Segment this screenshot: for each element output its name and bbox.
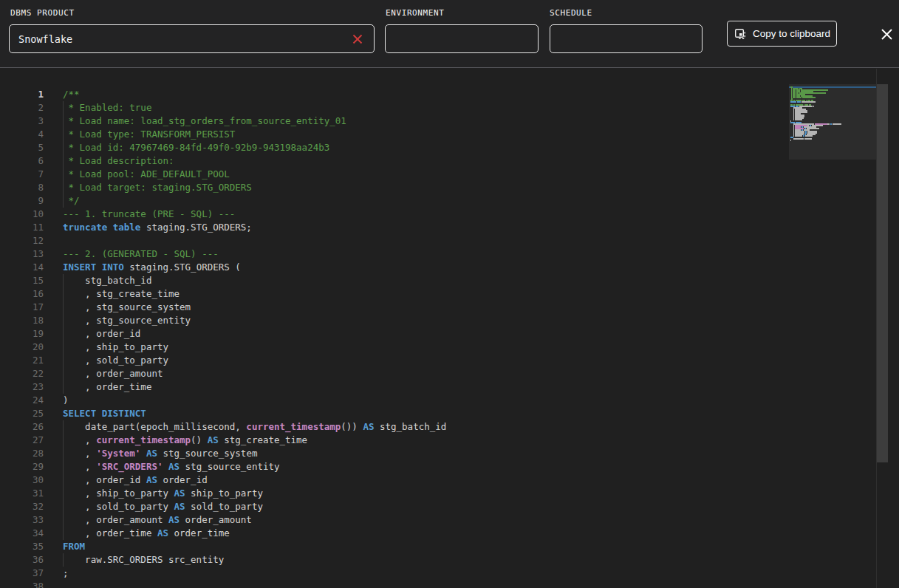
code-text: --- 1. truncate (PRE - SQL) ---	[63, 208, 235, 221]
code-line[interactable]: 3 * Load name: load_stg_orders_from_sour…	[0, 114, 789, 128]
code-line[interactable]: 19 , order_id	[0, 327, 789, 341]
dbms-product-value: Snowflake	[18, 33, 350, 45]
code-line[interactable]: 27 , current_timestamp() AS stg_create_t…	[0, 434, 789, 447]
code-text: INSERT INTO staging.STG_ORDERS (	[63, 261, 241, 274]
code-line[interactable]: 25SELECT DISTINCT	[0, 407, 789, 420]
code-line[interactable]: 36 raw.SRC_ORDERS src_entity	[0, 553, 789, 567]
schedule-input[interactable]	[550, 24, 703, 53]
clear-dbms-product-button[interactable]	[350, 32, 365, 47]
code-text: * Load type: TRANSFORM_PERSIST	[63, 128, 235, 141]
code-line[interactable]: 26 date_part(epoch_millisecond, current_…	[0, 420, 789, 434]
code-line[interactable]: 8 * Load target: staging.STG_ORDERS	[0, 181, 789, 194]
line-number: 4	[0, 128, 44, 141]
code-text: )	[63, 394, 69, 407]
code-text: , stg_source_system	[63, 301, 191, 314]
line-number: 19	[0, 327, 44, 341]
code-line[interactable]: 16 , stg_create_time	[0, 287, 789, 301]
line-number: 30	[0, 474, 44, 487]
line-number: 25	[0, 407, 44, 420]
line-number: 5	[0, 141, 44, 154]
vertical-scrollbar-slider[interactable]	[877, 84, 888, 462]
environment-input[interactable]	[385, 24, 539, 53]
line-number: 10	[0, 208, 44, 221]
code-line[interactable]: 24)	[0, 394, 789, 407]
dialog-header: DBMS PRODUCT Snowflake ENVIRONMENT SCHED…	[0, 0, 899, 68]
line-number: 13	[0, 247, 44, 261]
code-text: , 'SRC_ORDERS' AS stg_source_entity	[63, 460, 280, 474]
close-x-icon	[880, 27, 894, 41]
code-text: FROM	[63, 540, 85, 553]
line-number: 18	[0, 314, 44, 327]
code-line[interactable]: 7 * Load pool: ADE_DEFAULT_POOL	[0, 168, 789, 181]
line-number: 28	[0, 447, 44, 460]
code-text: , order_id AS order_id	[63, 474, 208, 487]
minimap[interactable]	[789, 69, 876, 588]
line-number: 7	[0, 168, 44, 181]
code-line[interactable]: 14INSERT INTO staging.STG_ORDERS (	[0, 261, 789, 274]
vertical-scrollbar[interactable]	[877, 69, 888, 588]
clear-x-icon	[352, 33, 363, 45]
code-text: * Load description:	[63, 154, 174, 168]
code-line[interactable]: 29 , 'SRC_ORDERS' AS stg_source_entity	[0, 460, 789, 474]
line-number: 6	[0, 154, 44, 168]
line-number: 33	[0, 513, 44, 527]
code-line[interactable]: 2 * Enabled: true	[0, 101, 789, 114]
code-text: , stg_source_entity	[63, 314, 191, 327]
code-line[interactable]: 12	[0, 234, 789, 247]
code-line[interactable]: 30 , order_id AS order_id	[0, 474, 789, 487]
line-number: 17	[0, 301, 44, 314]
line-number: 20	[0, 341, 44, 354]
code-text: * Load target: staging.STG_ORDERS	[63, 181, 252, 194]
code-text: , sold_to_party AS sold_to_party	[63, 500, 263, 513]
copy-to-clipboard-button[interactable]: Copy to clipboard	[727, 21, 837, 47]
dbms-product-label: DBMS PRODUCT	[10, 8, 75, 18]
code-line[interactable]: 18 , stg_source_entity	[0, 314, 789, 327]
sql-editor[interactable]: 1/**2 * Enabled: true3 * Load name: load…	[0, 69, 899, 588]
code-line[interactable]: 4 * Load type: TRANSFORM_PERSIST	[0, 128, 789, 141]
line-number: 27	[0, 434, 44, 447]
code-line[interactable]: 37;	[0, 567, 789, 580]
code-text: , stg_create_time	[63, 287, 180, 301]
line-number: 11	[0, 221, 44, 234]
code-line[interactable]: 10--- 1. truncate (PRE - SQL) ---	[0, 208, 789, 221]
code-line[interactable]: 15 stg_batch_id	[0, 274, 789, 287]
code-line[interactable]: 33 , order_amount AS order_amount	[0, 513, 789, 527]
code-text: --- 2. (GENERATED - SQL) ---	[63, 247, 219, 261]
line-number: 23	[0, 380, 44, 394]
line-number: 16	[0, 287, 44, 301]
line-number: 9	[0, 194, 44, 208]
line-number: 31	[0, 487, 44, 500]
code-text: , order_amount AS order_amount	[63, 513, 252, 527]
line-number: 1	[0, 88, 44, 101]
code-line[interactable]: 20 , ship_to_party	[0, 341, 789, 354]
dbms-product-input[interactable]: Snowflake	[9, 24, 375, 53]
code-text: /**	[63, 88, 80, 101]
code-line[interactable]: 5 * Load id: 47967469-84fd-49f0-92b9-943…	[0, 141, 789, 154]
code-line[interactable]: 34 , order_time AS order_time	[0, 527, 789, 540]
code-line[interactable]: 23 , order_time	[0, 380, 789, 394]
code-line[interactable]: 11truncate table staging.STG_ORDERS;	[0, 221, 789, 234]
line-number: 22	[0, 367, 44, 380]
code-line[interactable]: 13--- 2. (GENERATED - SQL) ---	[0, 247, 789, 261]
code-line[interactable]: 35FROM	[0, 540, 789, 553]
code-line[interactable]: 1/**	[0, 88, 789, 101]
code-line[interactable]: 21 , sold_to_party	[0, 354, 789, 367]
code-line[interactable]: 28 , 'System' AS stg_source_system	[0, 447, 789, 460]
code-line[interactable]: 31 , ship_to_party AS ship_to_party	[0, 487, 789, 500]
environment-label: ENVIRONMENT	[386, 8, 444, 18]
line-number: 8	[0, 181, 44, 194]
code-text: * Load pool: ADE_DEFAULT_POOL	[63, 168, 230, 181]
line-number: 24	[0, 394, 44, 407]
code-lines: 1/**2 * Enabled: true3 * Load name: load…	[0, 88, 789, 588]
code-line[interactable]: 38	[0, 580, 789, 588]
code-text: , order_time	[63, 380, 151, 394]
code-line[interactable]: 17 , stg_source_system	[0, 301, 789, 314]
line-number: 3	[0, 114, 44, 128]
code-line[interactable]: 9 */	[0, 194, 789, 208]
code-line[interactable]: 6 * Load description:	[0, 154, 789, 168]
code-line[interactable]: 32 , sold_to_party AS sold_to_party	[0, 500, 789, 513]
code-line[interactable]: 22 , order_amount	[0, 367, 789, 380]
close-dialog-button[interactable]	[878, 25, 895, 43]
line-number: 36	[0, 553, 44, 567]
line-number: 14	[0, 261, 44, 274]
